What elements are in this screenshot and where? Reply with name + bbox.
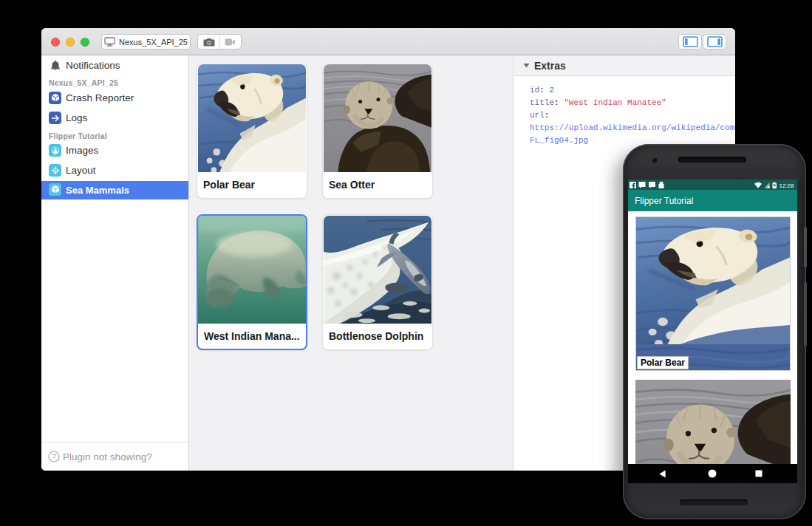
svg-text:12:28: 12:28	[779, 182, 795, 189]
svg-text:?: ?	[52, 453, 56, 461]
